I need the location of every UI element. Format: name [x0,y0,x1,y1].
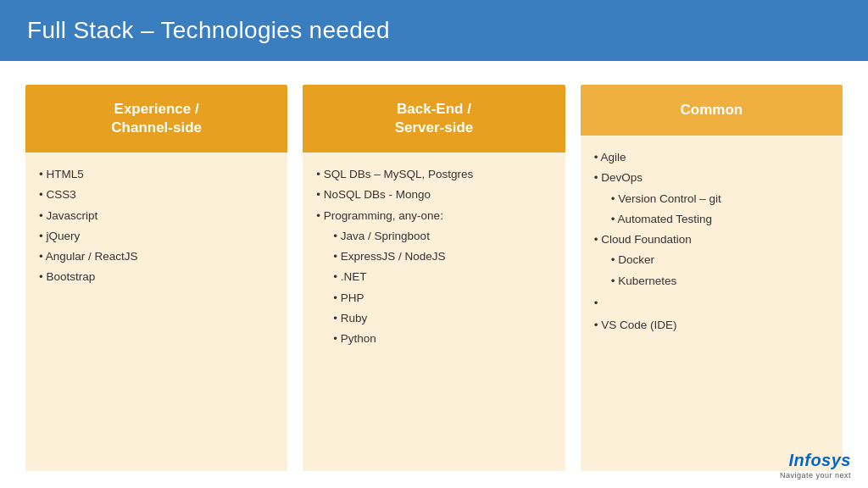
column-backend: Back-End /Server-sideSQL DBs – MySQL, Po… [303,85,565,471]
column-body-backend: SQL DBs – MySQL, PostgresNoSQL DBs - Mon… [303,152,565,471]
column-header-common: Common [581,85,843,136]
column-common: CommonAgileDevOpsVersion Control – gitAu… [581,85,843,471]
list-item: SQL DBs – MySQL, Postgres [316,164,551,185]
sub-list-item: Docker [611,250,829,270]
list-item: Agile [594,147,829,168]
list-item: jQuery [39,226,274,247]
brand-tagline: Navigate your next [780,471,851,480]
list-common: AgileDevOpsVersion Control – gitAutomate… [594,147,829,336]
list-item: Javascript [39,206,274,226]
sub-list-item: Automated Testing [611,209,829,230]
footer: Infosys Navigate your next [780,451,851,480]
sub-list-item: Ruby [333,308,551,329]
infosys-logo: Infosys Navigate your next [780,451,851,480]
sub-list-item: PHP [333,288,551,308]
list-item: Cloud Foundation [594,230,829,250]
list-item: CSS3 [39,185,274,205]
sub-list: DockerKubernetes [594,250,829,291]
list-item: NoSQL DBs - Mongo [316,185,551,205]
content-area: Experience /Channel-sideHTML5CSS3Javascr… [0,61,868,488]
column-body-experience: HTML5CSS3JavascriptjQueryAngular / React… [25,152,287,471]
list-item: Angular / ReactJS [39,247,274,267]
list-item: HTML5 [39,164,274,185]
sub-list-item: ExpressJS / NodeJS [333,247,551,267]
slide-header: Full Stack – Technologies needed [0,0,868,61]
sub-list-item: Java / Springboot [333,226,551,247]
list-item: DevOps [594,168,829,188]
column-header-experience: Experience /Channel-side [25,85,287,152]
list-backend: SQL DBs – MySQL, PostgresNoSQL DBs - Mon… [316,164,551,349]
list-experience: HTML5CSS3JavascriptjQueryAngular / React… [39,164,274,288]
slide-title: Full Stack – Technologies needed [27,17,390,44]
sub-list: Java / SpringbootExpressJS / NodeJS.NETP… [316,226,551,350]
column-header-backend: Back-End /Server-side [303,85,565,152]
column-body-common: AgileDevOpsVersion Control – gitAutomate… [581,136,843,471]
list-spacer [594,291,829,315]
sub-list: Version Control – gitAutomated Testing [594,189,829,230]
sub-list-item: .NET [333,267,551,287]
sub-list-item: Kubernetes [611,271,829,291]
list-item: Bootstrap [39,267,274,287]
list-item: Programming, any-one: [316,206,551,226]
sub-list-item: Python [333,329,551,349]
column-experience: Experience /Channel-sideHTML5CSS3Javascr… [25,85,287,471]
list-item: VS Code (IDE) [594,315,829,336]
brand-name: Infosys [788,451,851,470]
sub-list-item: Version Control – git [611,189,829,209]
slide: Full Stack – Technologies needed Experie… [0,0,868,488]
